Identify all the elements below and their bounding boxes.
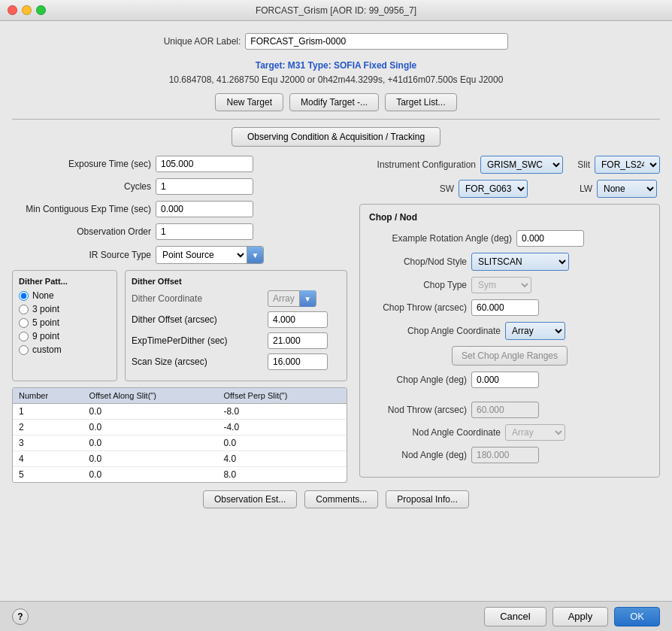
cac-label: Chop Angle Coordinate xyxy=(369,326,501,336)
era-input[interactable] xyxy=(516,230,584,247)
na-input[interactable] xyxy=(471,447,539,463)
divider1 xyxy=(12,119,660,120)
lw-select[interactable]: None xyxy=(597,180,657,198)
obs-order-row: Observation Order xyxy=(12,223,347,240)
apply-button[interactable]: Apply xyxy=(552,607,609,626)
proposal-info-button[interactable]: Proposal Info... xyxy=(386,490,469,508)
col-offset-along: Offset Along Slit(") xyxy=(83,388,218,404)
radio-3pt[interactable] xyxy=(19,305,29,314)
dither-5pt-label: 5 point xyxy=(32,317,59,328)
help-button[interactable]: ? xyxy=(12,608,29,625)
aor-label-row: Unique AOR Label: xyxy=(12,33,660,50)
obs-est-button[interactable]: Observation Est... xyxy=(203,490,297,508)
dither-offset-panel: Dither Offset Dither Coordinate Array ▼ … xyxy=(125,270,347,381)
chop-angle-coord-select[interactable]: Array xyxy=(505,322,565,340)
dither-3pt-label: 3 point xyxy=(32,304,59,314)
footer-left: ? xyxy=(12,608,29,625)
table-cell: 0.0 xyxy=(83,420,218,435)
era-label: Example Rotation Angle (deg) xyxy=(369,233,512,244)
dither-coord-dropdown-icon[interactable]: ▼ xyxy=(299,290,316,307)
dither-offset-title: Dither Offset xyxy=(132,277,341,286)
ir-source-select[interactable]: Point Source Extended Source xyxy=(156,247,247,263)
exposure-time-input[interactable] xyxy=(156,156,253,172)
exp-per-dither-input[interactable] xyxy=(268,332,328,349)
cth-input[interactable] xyxy=(471,299,539,316)
ct-label: Chop Type xyxy=(369,280,467,290)
min-cont-input[interactable] xyxy=(156,201,253,217)
aor-label-input[interactable] xyxy=(245,33,508,50)
nac-row: Nod Angle Coordinate Array xyxy=(369,424,650,441)
cancel-button[interactable]: Cancel xyxy=(484,607,546,626)
chop-type-select[interactable]: Sym xyxy=(471,277,531,293)
obs-cond-button[interactable]: Observing Condition & Acquisition / Trac… xyxy=(232,127,440,147)
radio-custom[interactable] xyxy=(19,345,29,355)
dither-coord-row: Dither Coordinate Array ▼ xyxy=(132,290,341,307)
col-offset-perp: Offset Perp Slit(") xyxy=(217,388,347,404)
nt-label: Nod Throw (arcsec) xyxy=(369,405,467,415)
bottom-buttons: Observation Est... Comments... Proposal … xyxy=(12,490,660,514)
cns-row: Chop/Nod Style SLITSCAN xyxy=(369,253,650,271)
form-area: Exposure Time (sec) Cycles Min Contiguou… xyxy=(12,156,660,483)
titlebar-buttons xyxy=(8,5,46,15)
left-panel: Exposure Time (sec) Cycles Min Contiguou… xyxy=(12,156,347,483)
table-cell: 0.0 xyxy=(217,435,347,451)
inst-config-select[interactable]: GRISM_SWC xyxy=(480,156,563,174)
minimize-btn[interactable] xyxy=(22,5,32,15)
table-cell: 5 xyxy=(13,467,83,483)
target-list-button[interactable]: Target List... xyxy=(385,93,456,111)
ct-row: Chop Type Sym xyxy=(369,277,650,293)
table-row: 50.08.0 xyxy=(13,467,347,483)
dither-offset-input[interactable] xyxy=(268,311,328,328)
target-name: M31 xyxy=(288,60,305,71)
comments-button[interactable]: Comments... xyxy=(304,490,378,508)
cac-row: Chop Angle Coordinate Array xyxy=(369,322,650,340)
cth-label: Chop Throw (arcsec) xyxy=(369,302,467,313)
table-cell: 0.0 xyxy=(83,467,218,483)
chop-nod-title: Chop / Nod xyxy=(369,212,650,223)
nod-angle-coord-select[interactable]: Array xyxy=(505,424,565,441)
ca-input[interactable] xyxy=(471,372,539,388)
na-row: Nod Angle (deg) xyxy=(369,447,650,463)
target-coords: 10.684708, 41.268750 Equ J2000 or 0h42m4… xyxy=(12,73,660,87)
footer: ? Cancel Apply OK xyxy=(0,601,672,631)
sw-select[interactable]: FOR_G063 xyxy=(459,180,528,198)
radio-5pt[interactable] xyxy=(19,318,29,328)
radio-5pt-row: 5 point xyxy=(19,317,110,328)
set-chop-btn-row: Set Chop Angle Ranges xyxy=(369,346,650,366)
dither-custom-label: custom xyxy=(32,344,62,355)
chop-nod-style-select[interactable]: SLITSCAN xyxy=(471,253,569,271)
ir-source-dropdown-icon[interactable]: ▼ xyxy=(247,247,263,263)
cycles-input[interactable] xyxy=(156,178,253,195)
modify-target-button[interactable]: Modify Target -... xyxy=(289,93,379,111)
new-target-button[interactable]: New Target xyxy=(215,93,283,111)
lw-label: LW xyxy=(532,184,592,194)
radio-9pt[interactable] xyxy=(19,332,29,341)
maximize-btn[interactable] xyxy=(36,5,46,15)
table-cell: 2 xyxy=(13,420,83,435)
nt-input[interactable] xyxy=(471,402,539,418)
ir-source-wrapper: Point Source Extended Source ▼ xyxy=(156,246,264,264)
table-row: 40.04.0 xyxy=(13,451,347,467)
inst-config-row: Instrument Configuration GRISM_SWC Slit … xyxy=(359,156,660,174)
ok-button[interactable]: OK xyxy=(614,607,660,626)
chop-nod-panel: Chop / Nod Example Rotation Angle (deg) … xyxy=(359,204,660,478)
scan-size-input[interactable] xyxy=(268,353,328,370)
scan-size-label: Scan Size (arcsec) xyxy=(132,356,263,367)
set-chop-angle-ranges-button[interactable]: Set Chop Angle Ranges xyxy=(452,346,568,366)
exp-per-dither-label: ExpTimePerDither (sec) xyxy=(132,335,263,346)
radio-none[interactable] xyxy=(19,291,29,301)
table-cell: 8.0 xyxy=(217,467,347,483)
dither-none-label: None xyxy=(32,290,54,301)
na-label: Nod Angle (deg) xyxy=(369,450,467,460)
exposure-time-row: Exposure Time (sec) xyxy=(12,156,347,172)
type-value: SOFIA Fixed Single xyxy=(334,60,416,71)
titlebar: FORCAST_Grism [AOR ID: 99_0956_7] xyxy=(0,0,672,21)
slit-select[interactable]: FOR_LS24 xyxy=(595,156,660,174)
scan-size-row: Scan Size (arcsec) xyxy=(132,353,341,370)
close-btn[interactable] xyxy=(8,5,17,15)
target-info: Target: M31 Type: SOFIA Fixed Single 10.… xyxy=(12,59,660,87)
obs-order-input[interactable] xyxy=(156,223,253,240)
min-cont-row: Min Contiguous Exp Time (sec) xyxy=(12,201,347,217)
ir-source-row: IR Source Type Point Source Extended Sou… xyxy=(12,246,347,264)
table-cell: 4.0 xyxy=(217,451,347,467)
